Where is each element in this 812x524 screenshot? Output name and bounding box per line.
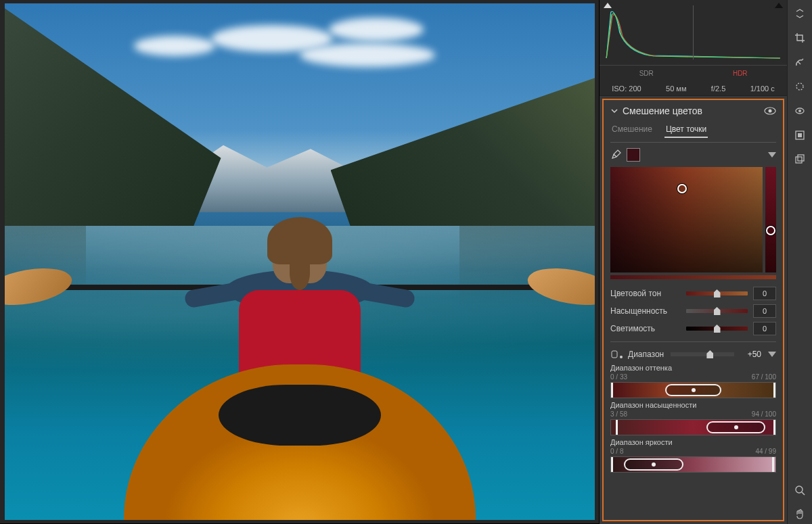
color-preview-strip <box>610 275 776 279</box>
hue-strip[interactable] <box>765 167 776 272</box>
saturation-slider[interactable] <box>686 309 748 313</box>
exif-focal: 50 мм <box>666 85 686 93</box>
crop-icon[interactable] <box>790 28 809 47</box>
collapse-icon[interactable] <box>610 107 618 115</box>
svg-rect-11 <box>798 155 804 161</box>
exif-shutter: 1/100 с <box>750 85 775 93</box>
eyedropper-icon[interactable] <box>610 149 621 160</box>
sat-range-bar[interactable] <box>610 419 776 435</box>
hue-range-right: 67 / 100 <box>752 373 776 381</box>
hue-range-title: Диапазон оттенка <box>610 364 776 372</box>
luminance-slider[interactable] <box>686 327 748 331</box>
tool-strip <box>788 0 812 524</box>
color-swatch[interactable] <box>627 148 640 162</box>
photo-workspace <box>0 0 600 524</box>
color-mixer-panel: Смешение цветов Смешение Цвет точки Цвет… <box>602 99 784 521</box>
svg-line-13 <box>802 492 805 495</box>
lum-range-left: 0 / 8 <box>610 448 623 455</box>
photo-canvas[interactable] <box>5 3 595 520</box>
heal-brush-icon[interactable] <box>790 53 809 72</box>
mask-icon[interactable] <box>790 77 809 96</box>
svg-point-12 <box>796 486 803 493</box>
lum-range-title: Диапазон яркости <box>610 438 776 446</box>
range-menu-icon[interactable] <box>768 352 776 357</box>
layers-icon[interactable] <box>790 150 809 169</box>
exif-bar: ISO: 200 50 мм f/2.5 1/100 с <box>600 81 787 96</box>
luminance-value[interactable]: 0 <box>753 322 776 335</box>
svg-rect-10 <box>796 157 802 163</box>
tab-mixing[interactable]: Смешение <box>610 122 654 138</box>
svg-point-2 <box>769 110 772 113</box>
svg-point-7 <box>798 110 801 112</box>
svg-rect-9 <box>798 133 802 137</box>
saturation-field[interactable] <box>610 167 763 272</box>
saturation-value[interactable]: 0 <box>753 304 776 318</box>
range-slider[interactable] <box>671 352 734 356</box>
panel-title: Смешение цветов <box>623 105 702 116</box>
hue-slider[interactable] <box>686 291 748 295</box>
presets-icon[interactable] <box>790 126 809 145</box>
range-icon[interactable] <box>610 349 624 360</box>
sat-range-title: Диапазон насыщенности <box>610 401 776 409</box>
lum-range-bar[interactable] <box>610 456 776 473</box>
visibility-toggle-icon[interactable] <box>764 106 776 116</box>
hue-value[interactable]: 0 <box>753 287 776 300</box>
histogram-tab-sdr[interactable]: SDR <box>600 65 694 81</box>
right-panel: SDR HDR ISO: 200 50 мм f/2.5 1/100 с Сме… <box>600 0 788 524</box>
histogram-tab-hdr[interactable]: HDR <box>694 65 788 81</box>
hue-label: Цветовой тон <box>610 289 686 298</box>
zoom-icon[interactable] <box>790 481 809 500</box>
histogram[interactable]: SDR HDR <box>600 0 787 81</box>
swatch-menu-icon[interactable] <box>768 152 776 158</box>
exif-aperture: f/2.5 <box>711 85 725 93</box>
redeye-icon[interactable] <box>790 101 809 120</box>
svg-rect-3 <box>612 351 617 358</box>
sat-range-right: 94 / 100 <box>752 410 776 418</box>
tab-point-color[interactable]: Цвет точки <box>664 122 708 138</box>
svg-point-5 <box>796 83 803 90</box>
saturation-label: Насыщенность <box>610 306 686 316</box>
lum-range-right: 44 / 99 <box>755 448 776 455</box>
sat-range-left: 3 / 58 <box>610 410 627 418</box>
switch-panel-icon[interactable] <box>790 4 809 23</box>
range-value[interactable]: +50 <box>741 350 761 359</box>
hue-range-bar[interactable] <box>610 382 776 398</box>
svg-point-4 <box>620 356 623 358</box>
hand-icon[interactable] <box>790 505 809 524</box>
hue-range-left: 0 / 33 <box>610 373 627 381</box>
range-label: Диапазон <box>628 350 664 359</box>
luminance-label: Светимость <box>610 324 686 333</box>
exif-iso: ISO: 200 <box>612 85 641 93</box>
